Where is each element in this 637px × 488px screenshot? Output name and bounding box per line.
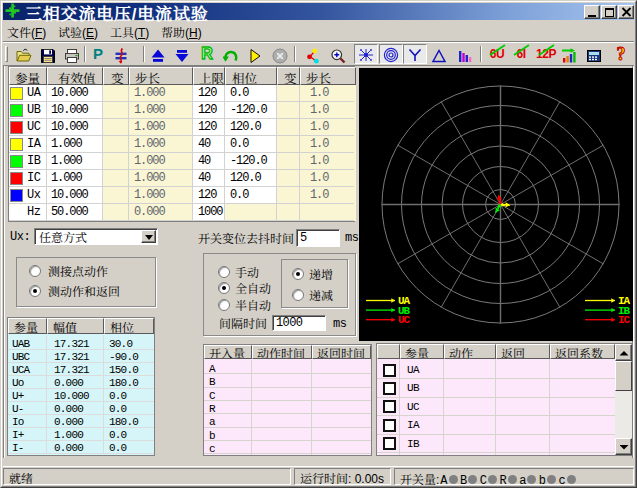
svg-text:UC: UC xyxy=(398,314,411,326)
svg-text:IC: IC xyxy=(618,314,631,326)
